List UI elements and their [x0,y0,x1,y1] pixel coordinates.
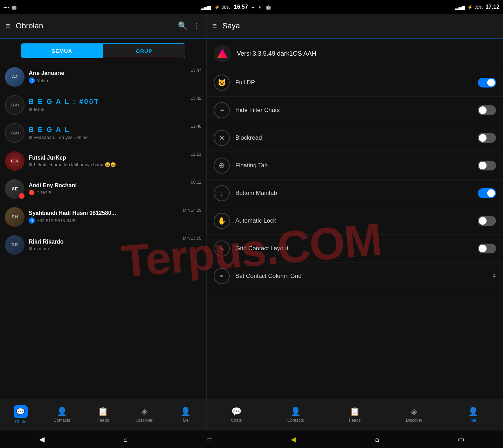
grid-contact-toggle[interactable] [478,244,496,253]
full-dp-label: Full DP [235,79,472,86]
back-btn-right[interactable]: ◀ [283,432,304,446]
android-icon-left: 🤖 [11,5,17,10]
preview-text: okd om [34,246,49,251]
chat-list: AJ Arie Januarie D Yelah... 15.47 EGH B [0,63,206,399]
preview-text: terus [34,107,44,112]
contact-column-icon: ≈ [214,268,230,284]
home-btn-right[interactable]: ⌂ [367,432,388,446]
floating-tab-toggle[interactable] [478,161,496,170]
menu-icon-right[interactable]: ≡ [212,21,217,30]
bottom-maintab-toggle[interactable] [478,188,496,198]
nav-chats-right[interactable]: 💬 Chats [207,399,266,430]
time-1: 16.57 [234,4,248,10]
nav-discover-right[interactable]: ◈ Discover [385,399,444,430]
nav-feeds[interactable]: 📋 Feeds [83,399,124,430]
nav-discover[interactable]: ◈ Discover [124,399,165,430]
more-icon[interactable]: ⋮ [193,21,201,30]
sys-bar-right: ◀ ⌂ ▭ [252,432,503,446]
me-icon-right: 👤 [468,407,478,416]
setting-contact-column: ≈ Set Contact Column Grid 4 [207,262,503,290]
home-btn-left[interactable]: ⌂ [115,432,136,446]
search-icon[interactable]: 🔍 [178,21,187,30]
battery-2: ⚡ 35% [467,5,483,10]
toggle-knob [479,162,487,169]
toggle-knob [479,106,487,114]
nav-chats[interactable]: 💬 Chats [0,399,41,430]
preview-text: Lekok lebaran lah latihannya bang 😄😄... [34,162,120,167]
minus-badge: − [19,193,25,199]
right-header: ≡ Saya [207,14,503,38]
preview-text: yeaaaaah... oh yes.. oh no [34,135,88,140]
back-btn-left[interactable]: ◀ [32,432,53,446]
bottom-nav-right: 💬 Chats 👤 Contacts 📋 Feeds ◈ Discover 👤 … [207,399,503,430]
contact-column-value: 4 [493,273,496,280]
full-dp-toggle[interactable] [478,78,496,88]
avatar: EGH [5,123,25,143]
avatar: RR [5,235,25,255]
discover-icon: ◈ [141,407,147,416]
version-icon-wrap [214,45,231,62]
chat-info: Futsal JurKep Lekok lebaran lah latihann… [29,155,187,167]
chat-time: Min 14.29 [183,208,201,213]
nav-me-right[interactable]: 👤 Me [444,399,503,430]
chat-time: 00.12 [191,180,201,185]
toggle-knob [479,217,487,225]
chat-info: Andi Eny Rochani 🔴 PING!!! [29,182,187,195]
chat-item[interactable]: FJK Futsal JurKep Lekok lebaran lah lati… [0,147,206,175]
nav-feeds-right[interactable]: 📋 Feeds [325,399,384,430]
time-2: 17.12 [485,4,499,10]
message-badge-r: R [29,217,35,224]
chat-item[interactable]: SH Syahbandi Hadi Husni 0812580... R +62… [0,203,206,231]
preview-text: Yelah... [37,78,52,83]
me-icon: 👤 [180,407,191,416]
tab-group[interactable]: GRUP [103,43,186,58]
recent-btn-right[interactable]: ▭ [450,432,471,446]
blockread-icon: ✕ [214,130,230,146]
hide-filter-toggle[interactable] [478,105,496,115]
hide-filter-icon: ••• [214,102,230,118]
toggle-knob [479,245,487,252]
chat-info: B E G A L : #00T terus [29,98,187,112]
message-badge: D [29,77,35,84]
grid-contact-icon: ⤡ [214,240,230,257]
preview-text: +62 812-5615-8499 [37,218,77,223]
me-label-right: Me [470,418,476,423]
me-label: Me [183,418,189,423]
contacts-icon-right: 👤 [290,407,301,416]
chat-preview: yeaaaaah... oh yes.. oh no [29,135,187,140]
bb-icon-left: ▪▪▪▪ [4,5,9,9]
nav-me[interactable]: 👤 Me [165,399,206,430]
chat-item[interactable]: AJ Arie Januarie D Yelah... 15.47 [0,63,206,91]
setting-full-dp: 😺 Full DP [207,69,503,97]
svg-marker-0 [218,49,227,58]
nav-contacts[interactable]: 👤 Contacts [41,399,83,430]
chat-name: Syahbandi Hadi Husni 0812580... [29,210,179,216]
setting-blockread: ✕ Blockread [207,124,503,152]
chat-name: Arie Januarie [29,70,187,76]
status-dot [29,247,32,250]
status-left: ▪▪▪▪ 🤖 [4,5,17,10]
status-dot [29,108,32,111]
chat-item[interactable]: EGH B E G A L : #00T terus 15.42 [0,91,206,119]
blockread-toggle[interactable] [478,133,496,143]
recent-btn-left[interactable]: ▭ [199,432,220,446]
setting-hide-filter: ••• Hide Filter Chats [207,97,503,124]
bottom-maintab-icon: ↓ [214,185,230,201]
battery-1: ⚡ 36% [214,5,230,10]
setting-grid-contact: ⤡ Grid Contact Layout [207,235,503,262]
ping-icon: 🔴 [29,190,35,195]
tab-all[interactable]: SEMUA [21,43,103,58]
chat-time: 15.42 [191,96,201,101]
chat-item[interactable]: AE − Andi Eny Rochani 🔴 PING!!! 00.12 [0,175,206,203]
chat-name: B E G A L [29,126,187,134]
chat-item[interactable]: EGH B E G A L yeaaaaah... oh yes.. oh no… [0,119,206,147]
chat-item[interactable]: RR Rikri Rikardo okd om Min 13.05 [0,231,206,259]
chats-label: Chats [15,419,26,424]
auto-lock-toggle[interactable] [478,216,496,226]
chat-time: 12.21 [191,152,201,157]
nav-contacts-right[interactable]: 👤 Contacts [266,399,325,430]
avatar: SH [5,207,25,227]
status-bar: ▪▪▪▪ 🤖 ▂▄▆ ⚡ 36% 16.57 ▪▪ ☀ 🤖 ▂▄▆ ⚡ 35% … [0,0,503,14]
chats-label-right: Chats [231,418,242,423]
menu-icon-left[interactable]: ≡ [6,21,10,30]
